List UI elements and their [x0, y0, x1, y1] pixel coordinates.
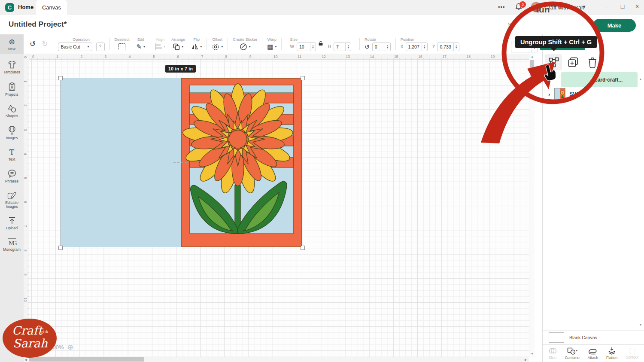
- selection-handle-top-left[interactable]: [58, 76, 63, 80]
- new-project-button[interactable]: ⊕ New: [0, 34, 24, 54]
- operation-select[interactable]: Basic Cut ▾: [58, 43, 92, 51]
- panel-scroll-down-icon[interactable]: ▼: [639, 323, 642, 327]
- window-maximize-button[interactable]: □: [618, 3, 627, 10]
- deselect-label: Deselect: [115, 37, 130, 42]
- x-stepper[interactable]: ▲▼: [422, 43, 427, 51]
- slice-label: Slice: [549, 356, 556, 360]
- delete-button[interactable]: [587, 57, 598, 70]
- duplicate-button[interactable]: [568, 57, 579, 70]
- blank-canvas-row[interactable]: Blank Canvas: [543, 330, 644, 344]
- create-sticker-button[interactable]: Create Sticker ▾: [233, 37, 257, 51]
- layer-row[interactable]: › SVG: [543, 87, 644, 101]
- selection-handle-bottom-right[interactable]: [301, 246, 305, 250]
- scroll-down-icon[interactable]: ▼: [531, 352, 534, 355]
- flip-label: Flip: [193, 37, 200, 42]
- ungroup-button[interactable]: [545, 54, 562, 70]
- redo-button[interactable]: ↻: [42, 40, 48, 49]
- height-stepper[interactable]: ▲▼: [345, 43, 351, 51]
- horizontal-scroll-thumb[interactable]: [29, 357, 144, 362]
- undo-button[interactable]: ↺: [30, 40, 36, 49]
- warp-button[interactable]: Warp ▦▾: [267, 37, 276, 51]
- ruler-number: 4: [129, 55, 131, 59]
- combine-button[interactable]: Combine: [565, 347, 580, 360]
- account-chevron-down-icon[interactable]: ▾: [583, 4, 586, 9]
- sidebar-item-upload[interactable]: Upload: [0, 216, 24, 231]
- vertical-scrollbar[interactable]: ▲ ▼: [529, 54, 535, 357]
- sidebar-item-text[interactable]: T Text: [0, 148, 24, 162]
- duplicate-icon: [568, 57, 579, 68]
- size-group: Size W 10▲▼ H 7▲▼: [286, 37, 355, 51]
- blank-canvas-thumbnail: [549, 332, 564, 343]
- tab-home[interactable]: Home: [18, 4, 33, 10]
- combine-icon: [567, 347, 577, 355]
- vertical-scroll-thumb[interactable]: [530, 60, 534, 77]
- height-input[interactable]: 7▲▼: [334, 43, 351, 51]
- selection-handle-bottom-left[interactable]: [58, 246, 63, 250]
- x-input[interactable]: 1.207▲▼: [406, 43, 428, 51]
- window-minimize-button[interactable]: –: [603, 3, 612, 10]
- chevron-down-icon: ▾: [275, 45, 276, 49]
- expand-chevron-icon[interactable]: ›: [548, 91, 550, 97]
- flatten-button[interactable]: Flatten: [606, 347, 617, 360]
- attach-button[interactable]: Attach: [588, 347, 598, 360]
- edit-button[interactable]: Edit ✎▾: [137, 37, 146, 51]
- rotate-stepper[interactable]: ▲▼: [385, 43, 390, 51]
- operation-help-button[interactable]: ?: [96, 43, 105, 51]
- ruler-number: 3: [24, 129, 27, 131]
- clipboard-icon: [7, 82, 17, 91]
- y-prefix: Y: [432, 44, 435, 49]
- sidebar-item-templates[interactable]: Templates: [0, 60, 24, 75]
- sidebar-item-images[interactable]: Images: [0, 125, 24, 140]
- selection-handle-top-right[interactable]: [301, 76, 305, 80]
- window-close-button[interactable]: ×: [633, 3, 641, 10]
- card-design-selection[interactable]: [61, 78, 303, 248]
- ruler-number: 9: [24, 274, 27, 276]
- ruler-number: 6: [177, 55, 179, 59]
- tab-canvas[interactable]: Canvas: [36, 0, 67, 15]
- size-lock-icon[interactable]: [319, 41, 322, 46]
- ruler-number: 9: [249, 55, 252, 59]
- scroll-right-icon[interactable]: ▶: [525, 358, 527, 362]
- layers-panel: card-craft... › SVG ▲ ▼ Blank Canvas Sli…: [542, 34, 644, 362]
- sidebar-item-label: Upload: [6, 226, 18, 231]
- ruler-number: 15: [394, 55, 398, 59]
- deselect-button[interactable]: Deselect: [115, 37, 130, 51]
- sidebar-item-editable-images[interactable]: Editable Images: [0, 191, 24, 210]
- slice-icon: [549, 347, 557, 355]
- make-button[interactable]: Make: [593, 19, 636, 32]
- flip-button[interactable]: Flip ▾: [191, 37, 202, 51]
- rotate-icon[interactable]: ↺: [365, 44, 370, 50]
- sidebar-item-phrases[interactable]: Phrases: [0, 169, 24, 184]
- y-stepper[interactable]: ▲▼: [453, 43, 459, 51]
- width-prefix: W: [290, 44, 294, 49]
- monogram-icon: MG: [7, 238, 17, 246]
- chevron-down-icon: ▾: [221, 45, 223, 49]
- new-label: New: [8, 47, 15, 51]
- rotate-value: 0: [373, 44, 385, 49]
- image-pen-icon: [7, 191, 17, 200]
- card-design: [61, 78, 302, 247]
- horizontal-scrollbar[interactable]: ◀ ▶: [29, 357, 529, 362]
- zoom-in-button[interactable]: ⊕: [67, 343, 73, 352]
- width-input[interactable]: 10▲▼: [297, 43, 316, 51]
- sidebar-item-projects[interactable]: Projects: [0, 82, 24, 97]
- more-menu-icon[interactable]: •••: [498, 4, 505, 10]
- tab-canvas-label: Canvas: [42, 4, 61, 11]
- warp-label: Warp: [267, 37, 276, 42]
- scroll-left-icon[interactable]: ◀: [24, 358, 27, 362]
- account-name[interactable]: Craft with Sarah: [544, 4, 584, 11]
- sidebar-item-shapes[interactable]: Shapes: [0, 104, 24, 119]
- y-input[interactable]: 0.733▲▼: [437, 43, 459, 51]
- toolbar-divider: [359, 38, 360, 50]
- ruler-number: 2: [80, 55, 82, 59]
- scroll-up-icon[interactable]: ▲: [531, 55, 534, 58]
- layer-group-row[interactable]: card-craft...: [561, 72, 638, 87]
- save-label-partial[interactable]: Sa: [508, 21, 515, 28]
- rotate-input[interactable]: 0▲▼: [372, 43, 391, 51]
- offset-button[interactable]: Offset ▾: [212, 37, 223, 51]
- arrange-button[interactable]: Arrange ▾: [171, 37, 185, 51]
- ruler-number: 8: [225, 55, 228, 59]
- sidebar-item-monogram[interactable]: MG Monogram: [0, 238, 24, 252]
- width-stepper[interactable]: ▲▼: [310, 43, 316, 51]
- panel-scroll-up-icon[interactable]: ▲: [639, 77, 642, 81]
